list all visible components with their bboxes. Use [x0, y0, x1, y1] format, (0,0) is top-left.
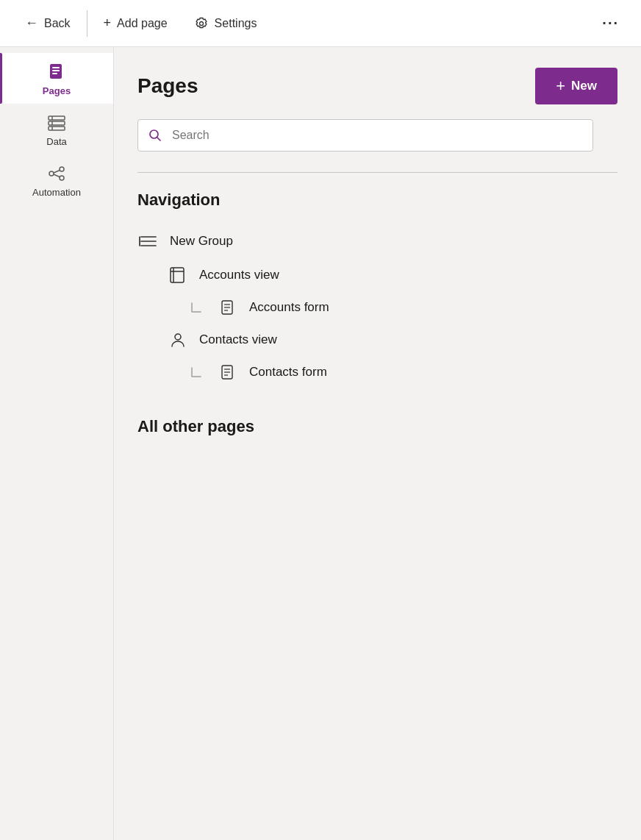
contacts-form-icon [217, 364, 239, 380]
add-page-button[interactable]: + Add page [90, 8, 181, 38]
new-button-label: New [571, 79, 597, 93]
toolbar-divider [87, 10, 87, 37]
new-button[interactable]: + New [535, 68, 617, 104]
add-page-label: Add page [117, 17, 168, 30]
settings-icon [194, 16, 209, 31]
sub-arrow-icon-1 [189, 300, 204, 315]
toolbar: ← Back + Add page Settings ··· [0, 0, 641, 47]
svg-point-12 [60, 176, 64, 180]
nav-item-accounts-view[interactable]: Accounts view [137, 258, 617, 292]
sidebar-automation-label: Automation [32, 187, 81, 198]
plus-icon: + [104, 15, 112, 31]
navigation-heading: Navigation [137, 191, 617, 210]
svg-point-11 [60, 167, 64, 171]
svg-rect-3 [52, 73, 57, 74]
nav-list: New Group Accounts view [137, 224, 617, 388]
svg-rect-6 [49, 127, 65, 130]
data-icon [46, 113, 67, 133]
back-button[interactable]: ← Back [12, 8, 84, 38]
pages-icon [46, 62, 67, 82]
back-icon: ← [25, 15, 38, 31]
new-group-label: New Group [170, 234, 233, 249]
svg-line-14 [54, 174, 60, 177]
new-plus-icon: + [556, 76, 565, 96]
automation-icon [46, 163, 67, 184]
accounts-form-icon [217, 299, 239, 316]
content-area: Pages + New Navigation [114, 47, 641, 840]
section-divider [137, 172, 617, 173]
sidebar-item-automation[interactable]: Automation [0, 154, 113, 205]
nav-item-contacts-form[interactable]: Contacts form [137, 357, 617, 388]
group-icon [137, 232, 160, 251]
nav-item-contacts-view[interactable]: Contacts view [137, 323, 617, 357]
settings-label: Settings [215, 17, 257, 30]
more-icon: ··· [602, 15, 619, 31]
sidebar-data-label: Data [46, 136, 66, 147]
svg-point-10 [49, 171, 54, 176]
settings-button[interactable]: Settings [181, 9, 271, 38]
svg-point-28 [175, 334, 181, 340]
accounts-form-label: Accounts form [249, 300, 329, 315]
svg-rect-5 [49, 121, 65, 125]
search-input[interactable] [137, 119, 593, 152]
sidebar-item-pages[interactable]: Pages [0, 53, 113, 104]
contacts-form-label: Contacts form [249, 365, 327, 380]
sidebar: Pages Data [0, 47, 114, 840]
nav-item-new-group[interactable]: New Group [137, 224, 617, 258]
contacts-view-label: Contacts view [199, 332, 277, 347]
svg-rect-2 [52, 70, 60, 71]
search-container [137, 119, 617, 152]
pages-header: Pages + New [137, 68, 617, 104]
all-other-pages-heading: All other pages [137, 417, 617, 436]
page-title: Pages [137, 74, 198, 98]
svg-line-13 [54, 171, 60, 174]
nav-item-accounts-form[interactable]: Accounts form [137, 292, 617, 323]
accounts-view-label: Accounts view [199, 268, 279, 282]
sidebar-pages-label: Pages [43, 85, 71, 96]
svg-rect-1 [52, 67, 60, 68]
svg-rect-4 [49, 116, 65, 120]
more-button[interactable]: ··· [592, 7, 629, 39]
contacts-view-icon [167, 330, 189, 349]
back-label: Back [44, 17, 71, 30]
accounts-view-icon [167, 266, 189, 285]
svg-rect-21 [171, 268, 184, 282]
sub-arrow-icon-2 [189, 365, 204, 380]
sidebar-item-data[interactable]: Data [0, 104, 113, 154]
main-layout: Pages Data [0, 47, 641, 840]
